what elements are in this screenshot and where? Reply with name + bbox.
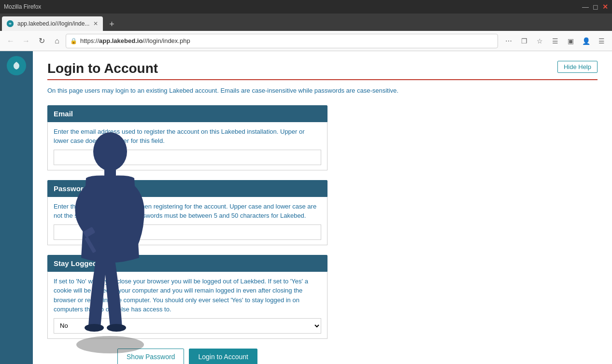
- library-button[interactable]: ☰: [548, 34, 562, 48]
- menu-button[interactable]: ☰: [595, 34, 608, 48]
- page-title: Login to Account: [47, 61, 158, 76]
- address-path: ///login/index.php: [142, 37, 190, 44]
- password-section-body: Enter the password you used when registe…: [47, 197, 327, 245]
- nav-actions: ⋯ ❐ ☆ ☰ ▣ 👤 ☰: [502, 34, 608, 48]
- page-header: Login to Account Hide Help: [47, 61, 598, 80]
- forward-button[interactable]: →: [19, 34, 33, 48]
- sidebar-and-content: Login to Account Hide Help On this page …: [0, 51, 612, 364]
- nav-bar: ← → ↻ ⌂ 🔒 https://app.lakebed.io///login…: [0, 31, 612, 51]
- active-tab[interactable]: app.lakebed.io///login/inde... ✕: [2, 16, 103, 31]
- sidebar-logo: [7, 56, 26, 75]
- stay-logged-in-select[interactable]: No Yes: [54, 318, 321, 334]
- hide-help-button[interactable]: Hide Help: [557, 61, 598, 73]
- title-bar-controls: — ◻ ✕: [582, 3, 608, 11]
- pocket-button[interactable]: ❐: [517, 34, 531, 48]
- email-section: Email Enter the email address used to re…: [47, 105, 327, 170]
- sidebar: [0, 51, 33, 364]
- tab-bar: app.lakebed.io///login/inde... ✕ +: [0, 14, 612, 31]
- address-protocol: https://: [80, 37, 99, 44]
- bookmark-button[interactable]: ☆: [533, 34, 546, 48]
- back-button[interactable]: ←: [4, 34, 17, 48]
- more-options-button[interactable]: ⋯: [502, 34, 515, 48]
- stay-logged-in-section: Stay Logged In If set to 'No' when you c…: [47, 255, 327, 339]
- reload-button[interactable]: ↻: [35, 34, 48, 48]
- tab-title: app.lakebed.io///login/inde...: [17, 20, 89, 27]
- restore-icon[interactable]: ◻: [593, 3, 598, 11]
- tab-close-icon[interactable]: ✕: [93, 20, 98, 27]
- new-tab-button[interactable]: +: [105, 17, 118, 31]
- title-bar: Mozilla Firefox — ◻ ✕: [0, 0, 612, 14]
- stay-logged-in-header: Stay Logged In: [47, 255, 327, 272]
- button-row: Show Password Login to Account: [47, 349, 327, 364]
- stay-logged-in-description: If set to 'No' when you close your brows…: [54, 277, 321, 314]
- page-content: Login to Account Hide Help On this page …: [33, 51, 612, 364]
- browser-window: Mozilla Firefox — ◻ ✕ app.lakebed.io///l…: [0, 0, 612, 364]
- email-input[interactable]: [54, 150, 321, 165]
- help-text: On this page users may login to an exist…: [47, 86, 598, 96]
- email-section-header: Email: [47, 105, 327, 122]
- address-bar[interactable]: 🔒 https://app.lakebed.io///login/index.p…: [66, 34, 498, 48]
- login-button[interactable]: Login to Account: [189, 349, 257, 364]
- minimize-icon[interactable]: —: [582, 3, 589, 11]
- password-input[interactable]: [54, 224, 321, 240]
- email-section-body: Enter the email address used to register…: [47, 122, 327, 170]
- password-section: Password Enter the password you used whe…: [47, 180, 327, 245]
- password-section-header: Password: [47, 180, 327, 197]
- home-button[interactable]: ⌂: [50, 34, 64, 48]
- show-password-button[interactable]: Show Password: [117, 349, 184, 364]
- close-icon[interactable]: ✕: [602, 3, 608, 11]
- profile-button[interactable]: 👤: [579, 34, 593, 48]
- sidebar-toggle-button[interactable]: ▣: [564, 34, 577, 48]
- browser-title: Mozilla Firefox: [4, 3, 41, 10]
- address-domain: app.lakebed.io: [99, 37, 142, 44]
- stay-logged-in-body: If set to 'No' when you close your brows…: [47, 272, 327, 339]
- email-description: Enter the email address used to register…: [54, 127, 321, 146]
- tab-favicon: [7, 20, 14, 27]
- lock-icon: 🔒: [70, 38, 77, 44]
- address-text: https://app.lakebed.io///login/index.php: [80, 37, 494, 44]
- title-bar-left: Mozilla Firefox: [4, 3, 41, 10]
- password-description: Enter the password you used when registe…: [54, 202, 321, 221]
